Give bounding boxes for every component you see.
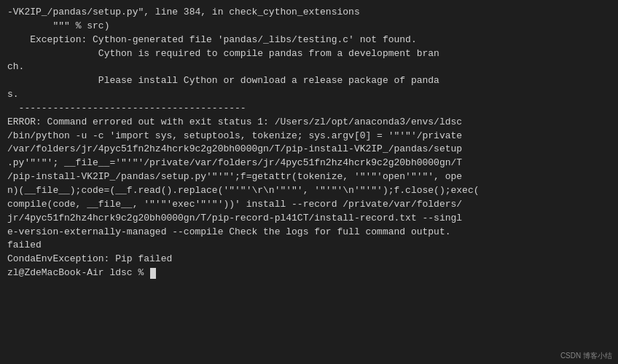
prompt-line: zl@ZdeMacBook-Air ldsc % [7, 266, 611, 280]
terminal-line: jr/4pyc51fn2hz4hcrk9c2g20bh0000gn/T/pip-… [7, 212, 611, 226]
terminal-line: CondaEnvException: Pip failed [7, 253, 611, 266]
terminal-line: /var/folders/jr/4pyc51fn2hz4hcrk9c2g20bh… [7, 143, 611, 157]
terminal-line: .py'"'"'; __file__='"'"'/private/var/fol… [7, 157, 611, 170]
terminal-line: ---------------------------------------- [7, 102, 611, 116]
terminal: -VK2IP_/pandas/setup.py", line 384, in c… [0, 0, 618, 364]
terminal-line: """ % src) [7, 20, 611, 33]
cursor [150, 268, 156, 279]
terminal-line: Exception: Cython-generated file 'pandas… [7, 33, 611, 47]
terminal-line: e-version-externally-managed --compile C… [7, 226, 611, 240]
terminal-line: failed [7, 239, 611, 253]
terminal-line: ch. [7, 60, 611, 74]
terminal-line: /pip-install-VK2IP_/pandas/setup.py'"'"'… [7, 170, 611, 184]
terminal-line: compile(code, __file__, '"'"'exec'"'"'))… [7, 198, 611, 212]
terminal-line: Please install Cython or download a rele… [7, 74, 611, 88]
terminal-line: s. [7, 88, 611, 102]
terminal-line: n)(__file__);code=(__f.read().replace('"… [7, 184, 611, 198]
terminal-line: -VK2IP_/pandas/setup.py", line 384, in c… [7, 6, 611, 20]
terminal-content: -VK2IP_/pandas/setup.py", line 384, in c… [7, 6, 611, 266]
prompt-text: zl@ZdeMacBook-Air ldsc % [7, 266, 149, 280]
terminal-line: ERROR: Command errored out with exit sta… [7, 116, 611, 130]
terminal-line: /bin/python -u -c 'import sys, setuptool… [7, 130, 611, 143]
terminal-line: Cython is required to compile pandas fro… [7, 47, 611, 61]
watermark: CSDN 博客小结 [560, 351, 612, 361]
